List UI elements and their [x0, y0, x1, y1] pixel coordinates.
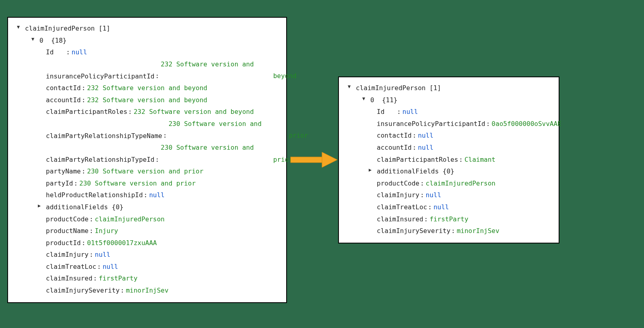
json-value-string: 0ao5f000000oSvvAAE: [491, 120, 561, 128]
tree-row: claimParticipantRoles:Claimant: [345, 154, 552, 166]
tree-row: productId:01t5f0000017zxuAAA: [14, 237, 280, 249]
array-size: [1]: [429, 82, 441, 94]
json-key: heldProductRelationshipId: [46, 191, 143, 199]
colon: :: [89, 215, 93, 223]
tree-row[interactable]: additionalFields {0}: [14, 201, 280, 213]
json-value-string: minorInjSev: [457, 227, 500, 235]
json-value-string: 232 Software version and beyond: [161, 58, 296, 82]
json-value-null: null: [402, 108, 418, 116]
colon: :: [413, 144, 417, 151]
json-value-null: null: [95, 251, 111, 258]
tree-row: claimInjurySeverity:minorInjSev: [14, 285, 280, 297]
index-node[interactable]: 0 {11}: [345, 94, 552, 106]
json-key: claimInsured: [377, 215, 423, 223]
tree-row[interactable]: additionalFields {0}: [345, 165, 552, 177]
chevron-down-icon[interactable]: [17, 23, 23, 31]
chevron-down-icon[interactable]: [362, 94, 369, 103]
colon: :: [459, 156, 463, 163]
json-value-null: null: [72, 48, 87, 56]
json-key: Id: [46, 48, 54, 56]
tree-row: claimPartyRelationshipTypeId:230 Softwar…: [14, 142, 280, 165]
json-value-string: claimInjuredPerson: [426, 179, 495, 187]
root-node[interactable]: claimInjuredPerson [1]: [345, 82, 552, 94]
json-value-string: Injury: [95, 227, 118, 235]
tree-row: Id :null: [345, 106, 552, 118]
json-key: productCode: [377, 179, 419, 187]
colon: :: [424, 215, 428, 223]
chevron-down-icon[interactable]: [31, 35, 38, 43]
json-key: Id: [377, 108, 384, 116]
tree-row: accountId:232 Software version and beyon…: [14, 94, 280, 106]
colon: :: [163, 132, 167, 139]
json-value-string: 232 Software version and beyond: [87, 96, 207, 104]
json-key: claimTreatLoc: [377, 203, 427, 211]
tree-row: heldProductRelationshipId:null: [14, 189, 280, 201]
array-size: [1]: [99, 23, 110, 35]
colon: :: [428, 203, 432, 211]
json-key: claimPartyRelationshipTypeName: [46, 132, 162, 139]
object-size: {0}: [443, 167, 454, 175]
tree-row: claimInsured:firstParty: [345, 213, 552, 225]
json-tree-after: claimInjuredPerson [1] 0 {11} Id :nullin…: [338, 76, 559, 243]
json-key: claimInjurySeverity: [377, 227, 450, 235]
tree-row: claimInjurySeverity:minorInjSev: [345, 225, 552, 237]
json-key: claimInjury: [377, 191, 419, 199]
json-key: claimParticipantRoles: [46, 108, 127, 116]
colon: :: [128, 108, 132, 116]
colon: :: [74, 179, 78, 187]
colon: :: [89, 251, 93, 258]
json-key: insurancePolicyParticipantId: [46, 72, 155, 80]
colon: :: [66, 48, 70, 56]
tree-row: contactId:null: [345, 130, 552, 142]
tree-row: claimInjury:null: [345, 189, 552, 201]
root-key: claimInjuredPerson: [25, 23, 95, 35]
colon: :: [155, 72, 159, 80]
colon: :: [82, 239, 86, 247]
colon: :: [97, 263, 101, 270]
tree-row: claimTreatLoc:null: [345, 201, 552, 213]
colon: :: [144, 191, 148, 199]
index-label: 0: [39, 35, 43, 47]
tree-row: claimInjury:null: [14, 249, 280, 261]
json-key: partyId: [46, 179, 73, 187]
tree-row: partyId:230 Software version and prior: [14, 177, 280, 190]
json-key: insurancePolicyParticipantId: [377, 120, 485, 128]
json-value-null: null: [103, 263, 118, 270]
tree-row: insurancePolicyParticipantId:0ao5f000000…: [345, 118, 552, 130]
json-value-null: null: [149, 191, 165, 199]
root-key: claimInjuredPerson: [356, 82, 425, 94]
json-key: accountId: [46, 96, 81, 104]
json-value-string: claimInjuredPerson: [95, 215, 165, 223]
chevron-right-icon[interactable]: [369, 165, 375, 174]
json-value-string: Claimant: [464, 156, 495, 163]
tree-row: Id :null: [14, 46, 280, 58]
chevron-right-icon[interactable]: [38, 201, 44, 210]
json-key: additionalFields: [377, 167, 439, 175]
tree-row: claimParticipantRoles:232 Software versi…: [14, 106, 280, 118]
colon: :: [82, 96, 86, 104]
transition-arrow-icon: [290, 150, 338, 170]
json-value-string: 230 Software version and prior: [161, 142, 293, 165]
root-node[interactable]: claimInjuredPerson [1]: [14, 23, 280, 35]
tree-row: claimPartyRelationshipTypeName:230 Softw…: [14, 118, 280, 142]
entries-container-left: Id :nullinsurancePolicyParticipantId:232…: [14, 46, 280, 296]
json-key: additionalFields: [46, 203, 108, 211]
json-key: claimTreatLoc: [46, 263, 96, 270]
json-key: partyName: [46, 167, 81, 175]
json-key: claimInsured: [46, 274, 93, 282]
json-value-string: minorInjSev: [126, 287, 169, 294]
json-key: claimPartyRelationshipTypeId: [46, 156, 155, 163]
json-key: claimInjury: [46, 251, 89, 258]
colon: :: [89, 227, 93, 235]
json-value-string: 232 Software version and beyond: [87, 84, 207, 92]
colon: :: [413, 132, 417, 139]
object-size: {0}: [112, 203, 124, 211]
json-tree-before: claimInjuredPerson [1] 0 {18} Id :nullin…: [7, 17, 287, 303]
index-node[interactable]: 0 {18}: [14, 35, 280, 47]
json-value-string: 230 Software version and prior: [87, 167, 203, 175]
json-key: productCode: [46, 215, 89, 223]
json-value-string: 232 Software version and beyond: [134, 108, 254, 116]
chevron-down-icon[interactable]: [348, 82, 354, 91]
json-key: claimInjurySeverity: [46, 287, 120, 294]
tree-row: productName:Injury: [14, 225, 280, 237]
